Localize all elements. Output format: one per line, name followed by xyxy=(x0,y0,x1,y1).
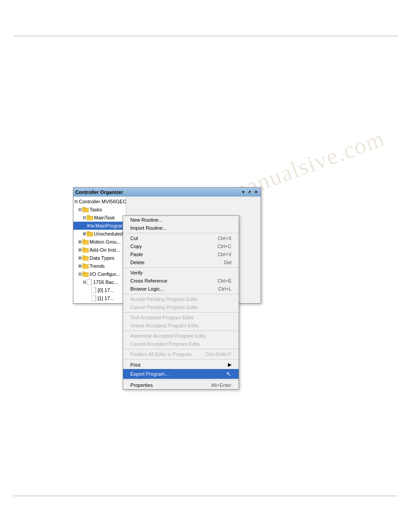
tree-item-datatypes[interactable]: ⊞ Data Types xyxy=(73,254,126,262)
cm-label-export-program: Export Program... xyxy=(130,371,169,377)
device-icon xyxy=(87,279,92,285)
tree-label-motion: Motion Grou... xyxy=(90,238,121,245)
cm-copy[interactable]: Copy Ctrl+C xyxy=(123,242,239,250)
cm-label-accept-pending: Accept Pending Program Edits xyxy=(130,296,197,302)
titlebar-pin-btn[interactable]: ▾ xyxy=(241,189,245,195)
svg-rect-20 xyxy=(87,279,91,285)
tree-item-addon[interactable]: ⊞ Add-On Inst... xyxy=(73,246,126,254)
tree-label-slot0: [0] 17... xyxy=(98,287,114,294)
tree-item-mainprogram[interactable]: ⊞ MainProgram xyxy=(73,222,126,230)
cm-label-browse-logic: Browse Logic... xyxy=(130,286,164,292)
expand-icon: ⊟ xyxy=(78,206,82,213)
expand-icon xyxy=(87,287,91,294)
cm-test-accepted: Test Accepted Program Edits xyxy=(123,313,239,322)
tree-item-slot0[interactable]: [0] 17... xyxy=(73,286,126,294)
cm-label-print: Print xyxy=(130,362,141,368)
tree-panel: ⊟ Controller MVI56GEC ⊟ Tasks ⊟ xyxy=(73,197,126,303)
expand-icon: ⊞ xyxy=(78,262,82,270)
cm-shortcut-cut: Ctrl+X xyxy=(218,236,231,241)
svg-rect-21 xyxy=(91,287,96,293)
device-icon xyxy=(91,287,97,293)
svg-rect-13 xyxy=(82,248,85,249)
expand-icon: ⊟ xyxy=(78,270,82,278)
tree-item-slot1[interactable]: [1] 17... xyxy=(73,294,126,302)
cm-shortcut-paste: Ctrl+V xyxy=(218,252,231,257)
cm-cross-reference[interactable]: Cross Reference Ctrl+E xyxy=(123,277,239,285)
cm-label-cut: Cut xyxy=(130,236,138,241)
cm-paste[interactable]: Paste Ctrl+V xyxy=(123,250,239,258)
cm-shortcut-finalize-all: Ctrl+Shift+F xyxy=(205,352,231,357)
tree-label-ioconfig: I/O Configur... xyxy=(90,270,120,278)
cm-sep-4 xyxy=(123,312,239,313)
tree-item-motion[interactable]: ⊞ Motion Grou... xyxy=(73,238,126,246)
tree-label-tasks: Tasks xyxy=(90,206,102,213)
cm-label-assemble-accepted: Assemble Accepted Program Edits xyxy=(130,333,206,339)
cm-shortcut-copy: Ctrl+C xyxy=(218,244,231,249)
cm-new-routine[interactable]: New Routine... xyxy=(123,216,239,224)
cm-browse-logic[interactable]: Browse Logic... Ctrl+L xyxy=(123,285,239,293)
bottom-rule xyxy=(13,496,398,496)
svg-rect-7 xyxy=(90,224,92,226)
cm-shortcut-cross-reference: Ctrl+E xyxy=(218,278,231,283)
cm-cursor-indicator: ↖ xyxy=(226,370,231,378)
folder-icon xyxy=(82,255,89,261)
expand-icon: ⊟ xyxy=(82,214,87,221)
folder-icon xyxy=(82,239,89,245)
tree-item-unscheduled[interactable]: ⊞ Unscheduled xyxy=(73,230,126,238)
controller-organizer-window: Controller Organizer ▾ ↗ ✕ ⊟ Controller … xyxy=(73,187,261,304)
tree-label-addon: Add-On Inst... xyxy=(90,246,120,253)
cm-label-cross-reference: Cross Reference xyxy=(130,278,167,283)
expand-icon: ⊞ xyxy=(82,230,87,237)
tree-item-backplane[interactable]: ⊟ 1756 Bac... xyxy=(73,278,126,286)
cm-label-verify: Verify xyxy=(130,270,143,275)
tree-item-ioconfig[interactable]: ⊟ I/O Configur... xyxy=(73,270,126,278)
co-body: ⊟ Controller MVI56GEC ⊟ Tasks ⊟ xyxy=(73,197,261,303)
cm-label-paste: Paste xyxy=(130,252,143,257)
svg-rect-22 xyxy=(91,296,96,301)
tree-item-trends[interactable]: ⊞ Trends xyxy=(73,262,126,270)
cm-label-properties: Properties xyxy=(130,382,153,388)
cm-cancel-pending: Cancel Pending Program Edits xyxy=(123,303,239,311)
cm-arrow-print: ▶ xyxy=(228,362,231,368)
svg-rect-15 xyxy=(82,256,85,257)
cm-sep-5 xyxy=(123,330,239,331)
tree-label-controller: Controller MVI56GEC xyxy=(79,198,126,205)
cm-cut[interactable]: Cut Ctrl+X xyxy=(123,234,239,242)
cm-assemble-accepted: Assemble Accepted Program Edits xyxy=(123,332,239,340)
cm-sep-3 xyxy=(123,294,239,294)
tree-label-maintask: MainTask xyxy=(94,214,115,221)
cm-import-routine[interactable]: Import Routine... xyxy=(123,224,239,232)
cm-sep-8 xyxy=(123,380,239,380)
cm-label-finalize-all: Finalize All Edits in Program xyxy=(130,352,192,357)
tree-label-datatypes: Data Types xyxy=(90,254,114,262)
tree-item-controller[interactable]: ⊟ Controller MVI56GEC xyxy=(73,197,126,206)
expand-icon: ⊞ xyxy=(78,254,82,262)
expand-icon xyxy=(87,295,91,302)
cm-sep-7 xyxy=(123,359,239,360)
cm-shortcut-properties: Alt+Enter xyxy=(211,382,231,388)
svg-rect-3 xyxy=(82,207,85,209)
cm-untest-accepted: Untest Accepted Program Edits xyxy=(123,322,239,330)
tree-label-unscheduled: Unscheduled xyxy=(94,230,123,237)
titlebar-float-btn[interactable]: ↗ xyxy=(247,189,252,195)
tree-item-maintask[interactable]: ⊟ MainTask xyxy=(73,214,126,222)
cm-export-program[interactable]: Export Program... ↖ xyxy=(123,369,239,379)
cm-label-copy: Copy xyxy=(130,244,142,249)
cm-label-test-accepted: Test Accepted Program Edits xyxy=(130,315,193,320)
expand-icon: ⊟ xyxy=(74,198,78,205)
tree-label-slot1: [1] 17... xyxy=(98,295,114,302)
cm-verify[interactable]: Verify xyxy=(123,269,239,277)
svg-rect-5 xyxy=(87,215,90,217)
cm-label-cancel-pending: Cancel Pending Program Edits xyxy=(130,305,197,310)
cm-label-delete: Delete xyxy=(130,260,145,265)
tree-item-tasks[interactable]: ⊟ Tasks xyxy=(73,206,126,214)
tree-label-backplane: 1756 Bac... xyxy=(93,279,118,286)
cm-sep-2 xyxy=(123,267,239,268)
titlebar-close-btn[interactable]: ✕ xyxy=(253,189,259,195)
cm-properties[interactable]: Properties Alt+Enter xyxy=(123,381,239,389)
cm-print[interactable]: Print ▶ xyxy=(123,360,239,369)
svg-rect-19 xyxy=(82,272,85,274)
titlebar: Controller Organizer ▾ ↗ ✕ xyxy=(73,188,261,197)
cm-delete[interactable]: Delete Del xyxy=(123,258,239,266)
folder-icon xyxy=(82,263,89,269)
